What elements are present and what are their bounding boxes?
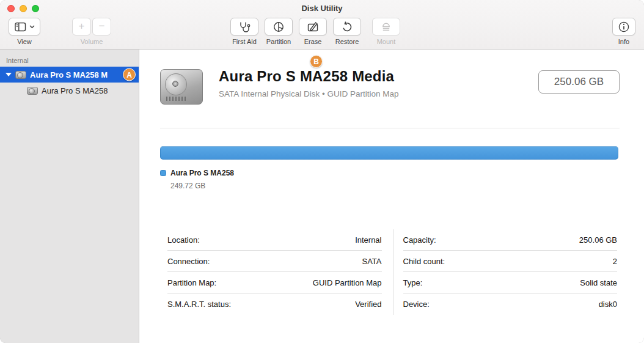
restore-label: Restore <box>335 38 359 45</box>
restore-button[interactable] <box>333 18 361 35</box>
zoom-button[interactable] <box>32 5 39 12</box>
detail-row-capacity: Capacity: 250.06 GB <box>403 229 618 251</box>
detail-label: Capacity: <box>403 235 436 245</box>
erase-item: Erase <box>299 18 327 45</box>
annotation-badge-a: A <box>123 68 136 81</box>
detail-label: Child count: <box>403 257 445 266</box>
details-right-column: Capacity: 250.06 GB Child count: 2 Type:… <box>393 229 618 315</box>
sidebar-toggle-icon <box>15 22 26 32</box>
partition-button[interactable] <box>265 18 293 35</box>
detail-row-child-count: Child count: 2 <box>403 251 618 272</box>
detail-value: Solid state <box>580 278 617 287</box>
detail-label: Device: <box>403 300 430 309</box>
info-label: Info <box>618 38 629 45</box>
detail-value: Verified <box>355 300 381 309</box>
divider <box>160 128 620 128</box>
disk-subtitle: SATA Internal Physical Disk • GUID Parti… <box>219 89 399 98</box>
legend-size: 249.72 GB <box>170 182 205 190</box>
detail-value: GUID Partition Map <box>313 278 382 287</box>
window-title: Disk Utility <box>301 4 342 13</box>
titlebar: Disk Utility <box>0 0 644 17</box>
traffic-lights <box>7 5 39 12</box>
detail-label: Connection: <box>167 257 210 266</box>
usage-legend: Aura Pro S MA258 <box>160 169 234 177</box>
detail-label: Partition Map: <box>167 278 216 287</box>
eject-stack-icon <box>380 21 392 33</box>
disclosure-triangle-icon[interactable] <box>5 73 12 76</box>
toolbar: View + − Volume <box>0 17 644 50</box>
view-group: View <box>9 18 40 45</box>
legend-swatch <box>160 170 166 176</box>
detail-value: 2 <box>613 257 617 266</box>
detail-label: Location: <box>167 235 200 245</box>
info-button[interactable] <box>612 18 635 35</box>
erase-button[interactable] <box>299 18 327 35</box>
mount-item: Mount <box>372 18 400 45</box>
first-aid-item: First Aid <box>230 18 258 45</box>
undo-arrow-icon <box>341 21 353 33</box>
mount-label: Mount <box>377 38 396 45</box>
minus-icon: − <box>99 21 105 31</box>
disk-header: Aura Pro S MA258 Media SATA Internal Phy… <box>160 68 620 105</box>
view-button[interactable] <box>9 18 40 35</box>
sidebar-item-aura-pro-media[interactable]: Aura Pro S MA258 M A <box>0 67 139 83</box>
chevron-down-icon <box>29 25 35 29</box>
view-label: View <box>17 38 32 45</box>
hard-drive-icon-large <box>160 69 203 105</box>
volume-label: Volume <box>81 38 103 45</box>
info-circle-icon <box>618 21 630 33</box>
sidebar-item-aura-pro-volume[interactable]: Aura Pro S MA258 <box>0 83 139 98</box>
hard-drive-icon <box>15 71 26 79</box>
first-aid-button[interactable] <box>230 18 258 35</box>
stethoscope-icon <box>238 21 251 33</box>
sidebar: Internal Aura Pro S MA258 M A Aura Pro S… <box>0 50 139 343</box>
annotation-badge-b: B <box>310 55 323 68</box>
detail-value: disk0 <box>599 300 617 309</box>
main-content: B Aura Pro S MA258 Media SATA Internal P… <box>139 50 644 343</box>
add-volume-button: + <box>72 18 91 35</box>
pie-circle-icon <box>273 21 285 33</box>
detail-row-location: Location: Internal <box>167 229 382 251</box>
plus-icon: + <box>79 21 85 31</box>
volume-group: + − Volume <box>72 18 111 45</box>
sidebar-section-internal: Internal <box>0 54 139 67</box>
first-aid-label: First Aid <box>232 38 257 45</box>
restore-item: Restore <box>333 18 361 45</box>
detail-row-partition-map: Partition Map: GUID Partition Map <box>167 272 382 293</box>
detail-row-device: Device: disk0 <box>403 293 618 315</box>
disk-title: Aura Pro S MA258 Media <box>219 68 399 85</box>
minimize-button[interactable] <box>20 5 27 12</box>
details-table: Location: Internal Connection: SATA Part… <box>167 229 617 315</box>
detail-row-smart-status: S.M.A.R.T. status: Verified <box>167 293 382 315</box>
capacity-badge: 250.06 GB <box>538 70 620 94</box>
detail-label: S.M.A.R.T. status: <box>167 300 231 309</box>
detail-row-connection: Connection: SATA <box>167 251 382 272</box>
legend-name: Aura Pro S MA258 <box>170 169 234 177</box>
info-group: Info <box>612 18 635 45</box>
detail-label: Type: <box>403 278 423 287</box>
partition-item: Partition <box>265 18 293 45</box>
partition-label: Partition <box>266 38 291 45</box>
detail-value: SATA <box>362 257 381 266</box>
detail-value: Internal <box>355 235 381 245</box>
detail-row-type: Type: Solid state <box>403 272 618 293</box>
mount-button <box>372 18 400 35</box>
sidebar-item-label: Aura Pro S MA258 M <box>30 70 108 79</box>
window-chrome: Disk Utility <box>0 0 644 50</box>
disk-utility-window: Disk Utility <box>0 0 644 343</box>
sidebar-item-label: Aura Pro S MA258 <box>42 86 108 95</box>
toolbar-actions: First Aid Partition <box>230 18 400 45</box>
erase-label: Erase <box>304 38 322 45</box>
detail-value: 250.06 GB <box>579 235 617 245</box>
close-button[interactable] <box>7 5 15 12</box>
usage-bar <box>160 146 618 160</box>
details-left-column: Location: Internal Connection: SATA Part… <box>167 229 383 315</box>
hard-drive-icon <box>27 87 38 95</box>
pencil-box-icon <box>307 21 319 33</box>
remove-volume-button: − <box>92 18 111 35</box>
